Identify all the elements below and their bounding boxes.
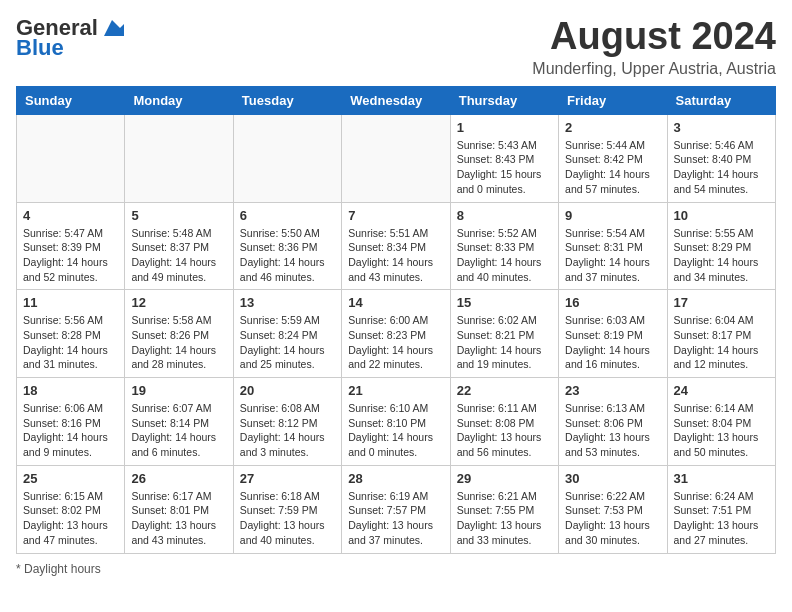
day-info: Sunrise: 5:44 AM Sunset: 8:42 PM Dayligh… [565, 138, 660, 197]
day-info: Sunrise: 5:52 AM Sunset: 8:33 PM Dayligh… [457, 226, 552, 285]
day-number: 26 [131, 471, 226, 486]
day-cell: 17Sunrise: 6:04 AM Sunset: 8:17 PM Dayli… [667, 290, 775, 378]
day-cell: 3Sunrise: 5:46 AM Sunset: 8:40 PM Daylig… [667, 114, 775, 202]
day-number: 10 [674, 208, 769, 223]
week-row-1: 1Sunrise: 5:43 AM Sunset: 8:43 PM Daylig… [17, 114, 776, 202]
header: General Blue August 2024 Munderfing, Upp… [16, 16, 776, 78]
day-cell: 24Sunrise: 6:14 AM Sunset: 8:04 PM Dayli… [667, 378, 775, 466]
day-cell: 9Sunrise: 5:54 AM Sunset: 8:31 PM Daylig… [559, 202, 667, 290]
footer-note: * Daylight hours [16, 562, 776, 576]
day-info: Sunrise: 6:11 AM Sunset: 8:08 PM Dayligh… [457, 401, 552, 460]
day-info: Sunrise: 5:56 AM Sunset: 8:28 PM Dayligh… [23, 313, 118, 372]
day-cell: 16Sunrise: 6:03 AM Sunset: 8:19 PM Dayli… [559, 290, 667, 378]
calendar-subtitle: Munderfing, Upper Austria, Austria [532, 60, 776, 78]
day-info: Sunrise: 5:59 AM Sunset: 8:24 PM Dayligh… [240, 313, 335, 372]
day-number: 7 [348, 208, 443, 223]
day-number: 1 [457, 120, 552, 135]
day-info: Sunrise: 6:04 AM Sunset: 8:17 PM Dayligh… [674, 313, 769, 372]
day-number: 19 [131, 383, 226, 398]
day-number: 25 [23, 471, 118, 486]
day-cell: 23Sunrise: 6:13 AM Sunset: 8:06 PM Dayli… [559, 378, 667, 466]
day-info: Sunrise: 6:18 AM Sunset: 7:59 PM Dayligh… [240, 489, 335, 548]
day-cell: 12Sunrise: 5:58 AM Sunset: 8:26 PM Dayli… [125, 290, 233, 378]
day-info: Sunrise: 6:06 AM Sunset: 8:16 PM Dayligh… [23, 401, 118, 460]
day-info: Sunrise: 5:51 AM Sunset: 8:34 PM Dayligh… [348, 226, 443, 285]
day-cell [125, 114, 233, 202]
week-row-5: 25Sunrise: 6:15 AM Sunset: 8:02 PM Dayli… [17, 465, 776, 553]
day-info: Sunrise: 5:54 AM Sunset: 8:31 PM Dayligh… [565, 226, 660, 285]
day-cell: 26Sunrise: 6:17 AM Sunset: 8:01 PM Dayli… [125, 465, 233, 553]
day-number: 17 [674, 295, 769, 310]
day-info: Sunrise: 6:02 AM Sunset: 8:21 PM Dayligh… [457, 313, 552, 372]
col-header-tuesday: Tuesday [233, 86, 341, 114]
day-cell: 19Sunrise: 6:07 AM Sunset: 8:14 PM Dayli… [125, 378, 233, 466]
day-cell [17, 114, 125, 202]
day-cell: 7Sunrise: 5:51 AM Sunset: 8:34 PM Daylig… [342, 202, 450, 290]
day-info: Sunrise: 5:58 AM Sunset: 8:26 PM Dayligh… [131, 313, 226, 372]
col-header-monday: Monday [125, 86, 233, 114]
day-cell: 8Sunrise: 5:52 AM Sunset: 8:33 PM Daylig… [450, 202, 558, 290]
day-number: 15 [457, 295, 552, 310]
day-cell: 18Sunrise: 6:06 AM Sunset: 8:16 PM Dayli… [17, 378, 125, 466]
day-number: 28 [348, 471, 443, 486]
day-info: Sunrise: 6:15 AM Sunset: 8:02 PM Dayligh… [23, 489, 118, 548]
week-row-4: 18Sunrise: 6:06 AM Sunset: 8:16 PM Dayli… [17, 378, 776, 466]
day-info: Sunrise: 5:46 AM Sunset: 8:40 PM Dayligh… [674, 138, 769, 197]
col-header-friday: Friday [559, 86, 667, 114]
day-cell: 5Sunrise: 5:48 AM Sunset: 8:37 PM Daylig… [125, 202, 233, 290]
day-cell: 2Sunrise: 5:44 AM Sunset: 8:42 PM Daylig… [559, 114, 667, 202]
day-cell: 15Sunrise: 6:02 AM Sunset: 8:21 PM Dayli… [450, 290, 558, 378]
day-info: Sunrise: 6:10 AM Sunset: 8:10 PM Dayligh… [348, 401, 443, 460]
day-cell: 28Sunrise: 6:19 AM Sunset: 7:57 PM Dayli… [342, 465, 450, 553]
day-number: 8 [457, 208, 552, 223]
day-info: Sunrise: 5:48 AM Sunset: 8:37 PM Dayligh… [131, 226, 226, 285]
day-info: Sunrise: 6:22 AM Sunset: 7:53 PM Dayligh… [565, 489, 660, 548]
logo-icon [100, 18, 124, 38]
day-cell: 25Sunrise: 6:15 AM Sunset: 8:02 PM Dayli… [17, 465, 125, 553]
day-number: 20 [240, 383, 335, 398]
day-info: Sunrise: 5:55 AM Sunset: 8:29 PM Dayligh… [674, 226, 769, 285]
day-number: 2 [565, 120, 660, 135]
day-number: 4 [23, 208, 118, 223]
day-cell: 30Sunrise: 6:22 AM Sunset: 7:53 PM Dayli… [559, 465, 667, 553]
day-cell [342, 114, 450, 202]
day-info: Sunrise: 6:13 AM Sunset: 8:06 PM Dayligh… [565, 401, 660, 460]
day-info: Sunrise: 5:50 AM Sunset: 8:36 PM Dayligh… [240, 226, 335, 285]
day-cell: 29Sunrise: 6:21 AM Sunset: 7:55 PM Dayli… [450, 465, 558, 553]
day-number: 12 [131, 295, 226, 310]
day-cell: 11Sunrise: 5:56 AM Sunset: 8:28 PM Dayli… [17, 290, 125, 378]
svg-marker-0 [104, 20, 124, 36]
day-number: 22 [457, 383, 552, 398]
day-number: 31 [674, 471, 769, 486]
day-info: Sunrise: 5:43 AM Sunset: 8:43 PM Dayligh… [457, 138, 552, 197]
week-row-2: 4Sunrise: 5:47 AM Sunset: 8:39 PM Daylig… [17, 202, 776, 290]
day-info: Sunrise: 6:08 AM Sunset: 8:12 PM Dayligh… [240, 401, 335, 460]
day-cell: 13Sunrise: 5:59 AM Sunset: 8:24 PM Dayli… [233, 290, 341, 378]
logo-text-blue: Blue [16, 36, 64, 60]
day-info: Sunrise: 6:03 AM Sunset: 8:19 PM Dayligh… [565, 313, 660, 372]
day-number: 30 [565, 471, 660, 486]
day-cell: 27Sunrise: 6:18 AM Sunset: 7:59 PM Dayli… [233, 465, 341, 553]
day-number: 29 [457, 471, 552, 486]
footer-text: Daylight hours [24, 562, 101, 576]
day-cell: 1Sunrise: 5:43 AM Sunset: 8:43 PM Daylig… [450, 114, 558, 202]
day-number: 5 [131, 208, 226, 223]
day-number: 6 [240, 208, 335, 223]
day-info: Sunrise: 6:14 AM Sunset: 8:04 PM Dayligh… [674, 401, 769, 460]
col-header-saturday: Saturday [667, 86, 775, 114]
col-header-thursday: Thursday [450, 86, 558, 114]
logo: General Blue [16, 16, 124, 60]
col-header-wednesday: Wednesday [342, 86, 450, 114]
week-row-3: 11Sunrise: 5:56 AM Sunset: 8:28 PM Dayli… [17, 290, 776, 378]
header-row: SundayMondayTuesdayWednesdayThursdayFrid… [17, 86, 776, 114]
day-info: Sunrise: 6:19 AM Sunset: 7:57 PM Dayligh… [348, 489, 443, 548]
calendar-table: SundayMondayTuesdayWednesdayThursdayFrid… [16, 86, 776, 554]
day-number: 23 [565, 383, 660, 398]
day-cell: 20Sunrise: 6:08 AM Sunset: 8:12 PM Dayli… [233, 378, 341, 466]
day-cell: 31Sunrise: 6:24 AM Sunset: 7:51 PM Dayli… [667, 465, 775, 553]
day-cell: 14Sunrise: 6:00 AM Sunset: 8:23 PM Dayli… [342, 290, 450, 378]
day-number: 18 [23, 383, 118, 398]
calendar-title: August 2024 [532, 16, 776, 58]
day-number: 14 [348, 295, 443, 310]
day-number: 3 [674, 120, 769, 135]
